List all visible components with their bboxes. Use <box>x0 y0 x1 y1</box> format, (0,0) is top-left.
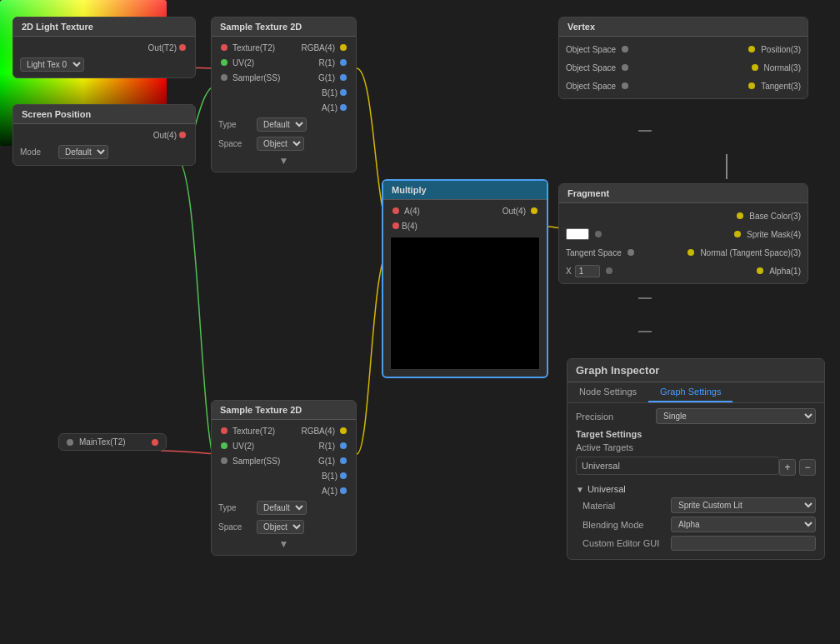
vertex-title: Vertex <box>559 17 808 37</box>
space-select-top[interactable]: Object <box>257 137 304 151</box>
vertex-norm-left-dot <box>622 64 628 71</box>
frag-mask-left <box>595 231 602 237</box>
port-uv-left <box>221 59 228 66</box>
port-rgba-right <box>340 44 347 51</box>
maintex-right-dot <box>152 439 158 446</box>
sprite-mask-swatch <box>566 228 589 240</box>
port-a-left <box>392 207 399 214</box>
multiply-title: Multiply <box>383 181 547 200</box>
vertex-pos-right-dot <box>748 46 755 52</box>
fragment-row-normal: Tangent Space Normal (Tangent Space)(3) <box>559 243 808 262</box>
port-r-right-b <box>340 442 347 449</box>
node-vertex: Vertex Object Space Position(3) Object S… <box>558 17 808 99</box>
inspector-tabs: Node Settings Graph Settings <box>568 382 824 403</box>
vertex-row-position: Object Space Position(3) <box>559 40 808 58</box>
triangle-icon: ▼ <box>576 485 584 494</box>
precision-select[interactable]: Single Half Full <box>656 408 816 424</box>
inspector-title: Graph Inspector <box>568 359 824 382</box>
vertex-tan-right-dot <box>748 82 755 89</box>
frag-alpha-right <box>757 267 763 274</box>
fragment-title: Fragment <box>559 184 808 203</box>
sample-top-title: Sample Texture 2D <box>212 17 356 37</box>
node-light-texture-title: 2D Light Texture <box>13 17 195 37</box>
port-r-right <box>340 59 347 66</box>
precision-row: Precision Single Half Full <box>576 408 816 424</box>
node-sample-texture-bottom: Sample Texture 2D Texture(T2) RGBA(4) UV… <box>211 400 357 556</box>
port-b-left <box>392 222 399 229</box>
port-rgba-right-b <box>340 427 347 434</box>
frag-mask-right <box>734 231 741 237</box>
chevron-bottom: ▼ <box>212 537 356 552</box>
space-select-bottom[interactable]: Object <box>257 520 304 534</box>
node-light-texture: 2D Light Texture Out(T2) Light Tex 0 <box>12 17 196 78</box>
graph-inspector-panel: Graph Inspector Node Settings Graph Sett… <box>567 358 825 560</box>
space-field-bottom: Space Object <box>212 517 356 537</box>
port-a: A(1) <box>212 100 356 115</box>
maintex-label: MainTex(T2) <box>79 437 126 447</box>
port-texture-rgba: Texture(T2) RGBA(4) <box>212 40 356 55</box>
port-texture-left <box>221 44 228 51</box>
port-sampler-g: Sampler(SS) G(1) <box>212 70 356 85</box>
node-screen-pos-title: Screen Position <box>13 105 195 124</box>
node-multiply: Multiply A(4) Out(4) B(4) <box>382 179 548 378</box>
node-screen-position: Screen Position Out(4) Mode Default <box>12 104 196 166</box>
vertex-tan-left-dot <box>622 82 628 89</box>
type-select-top[interactable]: Default <box>257 117 307 132</box>
port-texture-left-b <box>221 427 228 434</box>
port-a-out: A(4) Out(4) <box>383 203 547 218</box>
port-b-b: B(1) <box>212 468 356 483</box>
port-b-right-b <box>340 472 347 479</box>
active-targets-row: Active Targets <box>576 442 816 452</box>
universal-target-box: Universal <box>576 457 779 475</box>
material-row: Material Sprite Custom Lit <box>576 497 816 513</box>
remove-target-button[interactable]: − <box>799 459 816 476</box>
type-field-top: Type Default <box>212 115 356 134</box>
light-tex-select[interactable]: Light Tex 0 <box>20 57 84 72</box>
custom-editor-input[interactable] <box>671 536 816 551</box>
type-select-bottom[interactable]: Default <box>257 501 307 515</box>
port-out-t2: Out(T2) <box>13 40 195 55</box>
node-maintex: MainTex(T2) <box>58 433 167 451</box>
blending-select[interactable]: Alpha Additive Multiply <box>671 517 816 532</box>
port-a-right <box>340 104 347 111</box>
port-b-row: B(4) <box>383 218 547 233</box>
port-out-4: Out(4) <box>13 127 195 142</box>
universal-header: ▼ Universal <box>576 484 816 494</box>
port-b: B(1) <box>212 85 356 100</box>
port-sampler-g-b: Sampler(SS) G(1) <box>212 453 356 468</box>
tab-graph-settings[interactable]: Graph Settings <box>648 382 732 402</box>
port-a-b: A(1) <box>212 483 356 498</box>
texture-dropdown-row: Light Tex 0 <box>13 55 195 74</box>
mode-field-row: Mode Default <box>13 142 195 162</box>
port-uv-r: UV(2) R(1) <box>212 55 356 70</box>
frag-basecolor-dot <box>737 212 743 219</box>
port-sampler-left-b <box>221 457 228 464</box>
targets-row: Universal + − <box>576 457 816 477</box>
universal-section: ▼ Universal Material Sprite Custom Lit B… <box>576 484 816 551</box>
add-target-button[interactable]: + <box>779 459 796 476</box>
vertex-pos-left-dot <box>622 46 628 52</box>
chevron-top: ▼ <box>212 153 356 168</box>
port-dot-red <box>179 44 186 51</box>
custom-editor-row: Custom Editor GUI <box>576 536 816 551</box>
sample-bottom-title: Sample Texture 2D <box>212 401 356 420</box>
vertex-row-normal: Object Space Normal(3) <box>559 58 808 77</box>
tab-node-settings[interactable]: Node Settings <box>568 382 648 402</box>
frag-norm-right <box>688 249 694 256</box>
material-select[interactable]: Sprite Custom Lit <box>671 497 816 513</box>
node-sample-texture-top: Sample Texture 2D Texture(T2) RGBA(4) UV… <box>211 17 357 172</box>
vertex-row-tangent: Object Space Tangent(3) <box>559 77 808 95</box>
mode-select[interactable]: Default <box>58 145 108 159</box>
node-fragment: Fragment Base Color(3) Sprite Mask(4) Ta… <box>558 183 808 284</box>
fragment-row-spritemask: Sprite Mask(4) <box>559 225 808 243</box>
port-sampler-left <box>221 74 228 81</box>
port-uv-left-b <box>221 442 228 449</box>
alpha-x-input[interactable] <box>575 265 600 277</box>
port-g-right-b <box>340 457 347 464</box>
multiply-preview <box>390 237 540 370</box>
blending-row: Blending Mode Alpha Additive Multiply <box>576 517 816 532</box>
add-remove-buttons: + − <box>779 459 816 476</box>
port-a-right-b <box>340 487 347 494</box>
target-settings-label: Target Settings <box>576 429 816 439</box>
frag-norm-left <box>628 249 634 256</box>
